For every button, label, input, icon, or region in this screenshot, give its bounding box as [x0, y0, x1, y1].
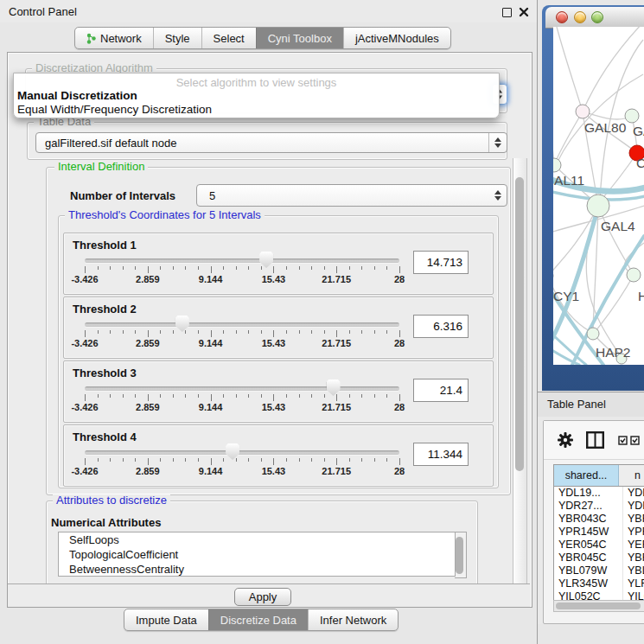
table-hscrollbar-thumb[interactable]: [556, 603, 641, 609]
number-of-intervals-combobox[interactable]: 5: [196, 184, 507, 207]
tab-infer-network[interactable]: Infer Network: [308, 609, 398, 630]
panel-scrollbar-thumb[interactable]: [515, 177, 524, 471]
tab-cyni-toolbox[interactable]: Cyni Toolbox: [256, 28, 343, 48]
tick-mark: [324, 330, 325, 334]
threshold-slider-track[interactable]: [85, 386, 399, 391]
tab-discretize-data[interactable]: Discretize Data: [208, 609, 308, 630]
table-row[interactable]: YLR345WYLR3: [554, 577, 644, 590]
cell-shared-name: YBR045C: [554, 552, 623, 564]
attributes-scrollbar[interactable]: [455, 532, 467, 578]
table-row[interactable]: YDR27...YDR2: [554, 500, 644, 513]
tab-label: Infer Network: [320, 614, 386, 627]
cell-shared-name: YPR145W: [554, 526, 623, 539]
gear-icon[interactable]: [558, 432, 573, 448]
threshold-slider-track[interactable]: [85, 450, 399, 455]
table-row[interactable]: YDL19...YDL1: [554, 487, 644, 500]
node-label[interactable]: GAL4: [601, 219, 635, 233]
algorithm-option-manual[interactable]: Manual Discretization: [17, 89, 137, 102]
numerical-attributes-list[interactable]: SelfLoopsTopologicalCoefficientBetweenne…: [58, 532, 456, 577]
tick-mark: [85, 266, 86, 273]
columns-icon[interactable]: [586, 431, 604, 449]
attribute-list-item[interactable]: BetweennessCentrality: [59, 562, 455, 577]
tab-style[interactable]: Style: [153, 28, 201, 48]
attribute-list-item[interactable]: TopologicalCoefficient: [59, 547, 455, 562]
node-table[interactable]: shared... n YDL19...YDL1YDR27...YDR2YBR0…: [553, 464, 644, 601]
table-row[interactable]: YER054CYER0: [554, 539, 644, 552]
column-header-name[interactable]: n: [619, 465, 644, 486]
algorithm-option-equal-width[interactable]: Equal Width/Frequency Discretization: [17, 103, 212, 116]
tick-mark: [198, 330, 199, 334]
scale-label: 15.43: [262, 338, 286, 348]
tab-label: Cyni Toolbox: [268, 32, 332, 45]
tick-mark: [311, 330, 312, 334]
tick-mark: [185, 394, 186, 398]
node-label[interactable]: HAP2: [596, 345, 631, 360]
tick-mark: [399, 266, 400, 273]
node[interactable]: [587, 328, 599, 340]
node[interactable]: [587, 194, 609, 217]
tick-mark: [211, 458, 212, 465]
tick-mark: [98, 458, 99, 462]
table-row[interactable]: YPR145WYPR1: [554, 526, 644, 539]
tick-mark: [399, 330, 400, 337]
threshold-slider-track[interactable]: [85, 322, 399, 327]
table-row[interactable]: YBR043CYBR0: [554, 513, 644, 526]
tick-mark: [160, 458, 161, 462]
node-label[interactable]: C: [636, 156, 644, 170]
node-label[interactable]: GAL80: [584, 120, 627, 135]
slider-ticks: [85, 330, 399, 337]
apply-button[interactable]: Apply: [234, 588, 291, 606]
attributes-scrollbar-thumb[interactable]: [456, 537, 463, 574]
threshold-slider-track[interactable]: [85, 258, 399, 263]
table-row[interactable]: YBL079WYBL0: [554, 564, 644, 577]
tick-mark: [273, 394, 274, 401]
scale-label: 2.859: [136, 274, 160, 284]
node-label[interactable]: GCY1: [553, 289, 579, 303]
mac-zoom-icon[interactable]: [591, 11, 603, 23]
table-hscrollbar[interactable]: [553, 600, 644, 612]
network-window-titlebar[interactable]: [545, 7, 644, 29]
tick-mark: [236, 394, 237, 398]
node-label[interactable]: H: [638, 289, 644, 303]
table-data-combobox[interactable]: galFiltered.sif default node: [35, 132, 507, 153]
attribute-list-item[interactable]: SelfLoops: [59, 532, 455, 547]
thresholds-group-title: Threshold's Coordinates for 5 Intervals: [65, 209, 265, 221]
tick-mark: [299, 266, 300, 270]
tab-impute-data[interactable]: Impute Data: [124, 609, 208, 630]
tick-mark: [261, 394, 262, 398]
node[interactable]: [576, 105, 590, 118]
tick-mark: [399, 394, 400, 401]
close-icon[interactable]: [519, 7, 529, 17]
mac-close-icon[interactable]: [556, 11, 568, 23]
node[interactable]: [625, 109, 639, 123]
threshold-value-field[interactable]: 21.4: [413, 379, 469, 402]
checkbox-pair-icon[interactable]: [618, 436, 641, 445]
tick-mark: [198, 458, 199, 462]
threshold-value-field[interactable]: 6.316: [413, 315, 469, 338]
node[interactable]: [627, 268, 641, 282]
mac-minimize-icon[interactable]: [574, 11, 586, 23]
scale-label: 2.859: [136, 466, 160, 476]
cell-shared-name: YER054C: [554, 539, 623, 552]
float-window-icon[interactable]: [502, 8, 512, 17]
tick-mark: [223, 330, 224, 334]
tab-jactivemnodules[interactable]: jActiveMNodules: [343, 28, 450, 48]
tick-mark: [324, 394, 325, 398]
node-label[interactable]: GAL11: [553, 173, 584, 188]
tick-mark: [361, 266, 362, 270]
table-panel-card: shared... n YDL19...YDL1YDR27...YDR2YBR0…: [543, 420, 644, 624]
tab-select[interactable]: Select: [201, 28, 256, 48]
tick-mark: [98, 330, 99, 334]
column-header-shared-name[interactable]: shared...: [554, 465, 619, 486]
threshold-value-field[interactable]: 11.344: [413, 443, 469, 466]
network-canvas[interactable]: GAL80GACGAL11GAL4GCY1HHAP2: [553, 27, 644, 365]
table-row[interactable]: YBR045CYBR0: [554, 552, 644, 564]
scale-label: 9.144: [199, 274, 223, 284]
tick-mark: [349, 394, 350, 398]
tab-network[interactable]: Network: [75, 28, 153, 48]
panel-scrollbar[interactable]: [513, 158, 527, 583]
threshold-value-field[interactable]: 14.713: [413, 251, 469, 274]
node-label[interactable]: GA: [633, 124, 644, 138]
edge: [553, 100, 554, 165]
network-icon: [86, 33, 96, 44]
